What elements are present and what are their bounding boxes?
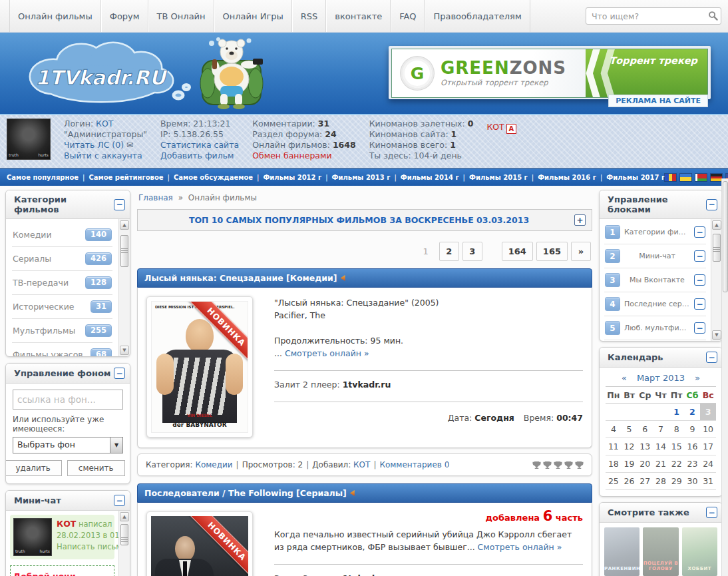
calendar-next-icon[interactable]: »: [695, 373, 700, 383]
top-nav-tab[interactable]: RSS: [292, 0, 327, 32]
block-order-badge[interactable]: 2: [605, 249, 620, 263]
filter-link[interactable]: Самое популярное: [7, 174, 79, 181]
belarus-flag-icon[interactable]: [695, 174, 707, 181]
page-scrollbar[interactable]: [721, 178, 728, 576]
delete-background-button[interactable]: удалить: [5, 460, 62, 476]
category-item[interactable]: ТВ-передачи 128: [12, 271, 112, 295]
filter-link[interactable]: Фильмы 2013 г: [321, 174, 390, 181]
site-logo[interactable]: 1TVkadr.RU: [20, 38, 192, 109]
calendar-day[interactable]: 20: [637, 455, 653, 473]
calendar-day[interactable]: 2: [685, 404, 701, 421]
scroll-down-icon[interactable]: ▼: [712, 330, 721, 340]
movie-poster[interactable]: DIESE MISSION IST KEIN KINDERSPIEL. VIN …: [146, 296, 253, 437]
minimize-icon[interactable]: −: [706, 352, 717, 363]
germany-flag-icon[interactable]: [711, 174, 722, 181]
pagination-page[interactable]: 165: [536, 242, 568, 261]
calendar-day[interactable]: [637, 404, 653, 421]
block-order-badge[interactable]: 5: [605, 321, 620, 335]
top-nav-tab[interactable]: Правообладателям: [425, 0, 530, 32]
calendar-day[interactable]: 1: [669, 404, 685, 421]
minimize-icon[interactable]: −: [114, 495, 125, 506]
minimize-icon[interactable]: −: [694, 274, 705, 286]
calendar-day[interactable]: 8: [669, 421, 685, 438]
block-order-badge[interactable]: 3: [605, 273, 620, 287]
calendar-day[interactable]: [606, 404, 622, 421]
category-item[interactable]: Мультфильмы 255: [12, 319, 112, 343]
calendar-day[interactable]: 6: [637, 421, 653, 438]
top10-banner-text[interactable]: ТОП 10 САМЫХ ПОПУЛЯРНЫХ ФИЛЬМОВ ЗА ВОСКР…: [144, 215, 574, 225]
movie-poster[interactable]: НОВИНКА: [146, 511, 253, 576]
category-item[interactable]: Исторические 31: [12, 295, 112, 319]
change-background-button[interactable]: сменить: [67, 460, 125, 476]
category-item[interactable]: Сериалы 426: [12, 247, 112, 271]
scroll-up-icon[interactable]: ▲: [120, 512, 129, 521]
calendar-day[interactable]: 3: [700, 404, 716, 421]
filter-link[interactable]: Фильмы 2014 г: [390, 174, 458, 181]
minimize-icon[interactable]: −: [706, 507, 717, 518]
scrollbar-thumb[interactable]: [120, 235, 128, 267]
top-nav-tab[interactable]: Форум: [101, 0, 148, 32]
scrollbar-thumb[interactable]: [120, 524, 128, 545]
poster-thumbnail[interactable]: Поцелуй в голову: [643, 527, 678, 576]
poster-thumbnail[interactable]: Хоббит: [682, 527, 717, 576]
calendar-day[interactable]: 16: [685, 438, 701, 455]
calendar-day[interactable]: 31: [700, 473, 716, 490]
calendar-day[interactable]: 18: [606, 455, 622, 473]
search-input[interactable]: [586, 7, 721, 25]
block-manager-scrollbar[interactable]: ▲ ▼: [711, 219, 722, 341]
filter-link[interactable]: Фильмы 2017 г: [596, 174, 665, 181]
filter-link[interactable]: Фильмы 2012 г: [253, 174, 321, 181]
scroll-up-icon[interactable]: ▲: [120, 220, 129, 230]
calendar-day[interactable]: 24: [700, 455, 716, 473]
minimize-icon[interactable]: −: [114, 368, 125, 379]
calendar-day[interactable]: 25: [606, 473, 622, 490]
envelope-icon[interactable]: ✉: [126, 141, 133, 150]
chat-user-avatar[interactable]: truth hurts: [13, 518, 52, 556]
breadcrumb-home-link[interactable]: Главная: [138, 193, 173, 202]
calendar-day[interactable]: 11: [606, 438, 622, 455]
footer-author-link[interactable]: КОТ: [353, 460, 370, 469]
calendar-day[interactable]: 17: [700, 438, 716, 455]
categories-scrollbar[interactable]: ▲ ▼: [118, 219, 130, 356]
expand-icon[interactable]: +: [574, 214, 586, 226]
user-avatar[interactable]: truth hurts: [7, 119, 51, 160]
calendar-day[interactable]: 26: [622, 473, 637, 490]
calendar-day[interactable]: 15: [669, 438, 685, 455]
top-nav-tab[interactable]: FAQ: [391, 0, 425, 32]
minimize-icon[interactable]: −: [694, 250, 705, 262]
calendar-day[interactable]: [653, 404, 669, 421]
calendar-prev-icon[interactable]: «: [622, 373, 627, 383]
calendar-day[interactable]: [622, 404, 637, 421]
pagination-page[interactable]: 1: [416, 242, 436, 261]
footer-comments-link[interactable]: Комментариев 0: [379, 460, 449, 469]
filter-link[interactable]: Самое рейтинговое: [79, 174, 164, 181]
block-order-badge[interactable]: 4: [605, 297, 620, 311]
block-order-badge[interactable]: 1: [605, 225, 620, 239]
filter-link[interactable]: Фильмы 2015 г: [459, 174, 528, 181]
minimize-icon[interactable]: −: [706, 199, 717, 210]
calendar-day[interactable]: 4: [606, 421, 622, 438]
dropdown-arrow-icon[interactable]: ▼: [110, 437, 122, 453]
search-icon[interactable]: [708, 11, 718, 23]
calendar-day[interactable]: 22: [669, 455, 685, 473]
watch-online-link[interactable]: Смотреть онлайн »: [478, 542, 562, 552]
greenzons-ad-banner[interactable]: G GREENZONS Открытый торрент трекер Торр…: [389, 46, 711, 99]
minimize-icon[interactable]: −: [114, 199, 125, 210]
scrollbar-thumb[interactable]: [713, 234, 721, 262]
background-select[interactable]: Выбрать фон ▼: [13, 437, 123, 453]
login-user-link[interactable]: КОТ: [96, 119, 113, 129]
chat-author[interactable]: КОТ: [57, 519, 76, 529]
calendar-day[interactable]: 14: [653, 438, 669, 455]
top-nav-tab[interactable]: Онлайн Игры: [214, 0, 292, 32]
calendar-day[interactable]: 21: [653, 455, 669, 473]
scroll-down-icon[interactable]: ▼: [120, 346, 129, 355]
calendar-day[interactable]: 28: [653, 473, 669, 490]
minimize-icon[interactable]: −: [694, 322, 705, 334]
moldova-flag-icon[interactable]: [665, 174, 676, 181]
pagination-page[interactable]: »: [571, 242, 591, 261]
banner-exchange-link[interactable]: Обмен баннерами: [252, 150, 331, 160]
site-ads-link[interactable]: РЕКЛАМА НА САЙТЕ: [608, 95, 708, 107]
calendar-day[interactable]: 7: [653, 421, 669, 438]
pagination-page[interactable]: 164: [502, 242, 533, 261]
pagination-page[interactable]: 3: [462, 242, 482, 261]
